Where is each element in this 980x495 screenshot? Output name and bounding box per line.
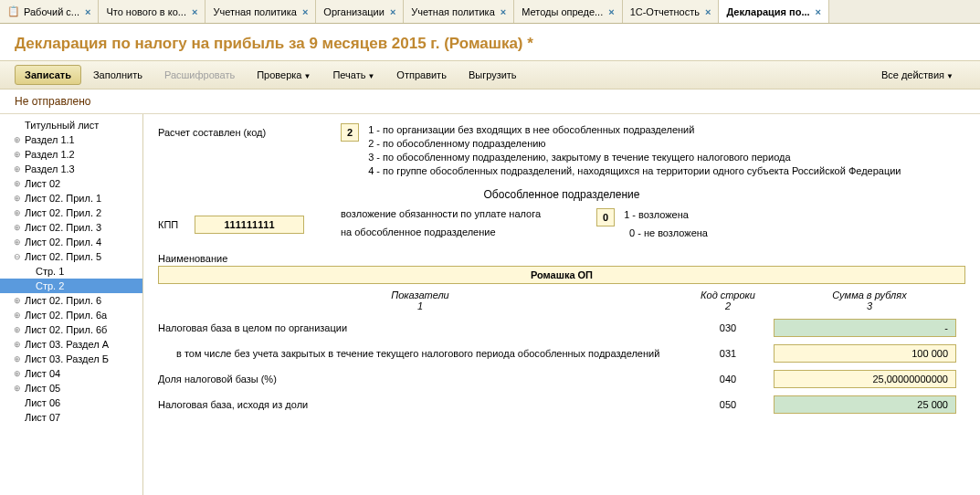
tree-item[interactable]: Стр. 2 bbox=[0, 279, 142, 293]
tree-item[interactable]: ⊕Раздел 1.2 bbox=[0, 147, 142, 162]
col-sum: Сумма в рублях3 bbox=[774, 290, 965, 311]
close-icon[interactable]: × bbox=[608, 6, 614, 17]
calc-code-field[interactable]: 2 bbox=[341, 123, 359, 142]
tree-item[interactable]: ⊖Лист 02. Прил. 5 bbox=[0, 249, 142, 264]
tree-item-label: Лист 02 bbox=[25, 178, 60, 189]
tree-item[interactable]: ⊕Раздел 1.1 bbox=[0, 132, 142, 147]
close-icon[interactable]: × bbox=[705, 6, 711, 17]
toggle-icon[interactable]: ⊕ bbox=[13, 296, 22, 305]
tree-item[interactable]: ⊕Лист 02. Прил. 6а bbox=[0, 308, 142, 322]
tab-workspace[interactable]: 📋Рабочий с...× bbox=[0, 0, 99, 23]
toggle-icon[interactable]: ⊕ bbox=[13, 135, 22, 144]
row-value-field[interactable]: 25 000 bbox=[774, 395, 956, 414]
toolbar: Записать Заполнить Расшифровать Проверка… bbox=[0, 60, 980, 90]
title-area: Декларация по налогу на прибыль за 9 мес… bbox=[0, 24, 980, 60]
tree-item[interactable]: ⊕Лист 02. Прил. 4 bbox=[0, 235, 142, 249]
tree-item-label: Лист 02. Прил. 1 bbox=[25, 193, 101, 204]
row-code: 050 bbox=[682, 399, 774, 410]
check-button[interactable]: Проверка▼ bbox=[247, 65, 321, 85]
tree-item[interactable]: ⊕Лист 03. Раздел Б bbox=[0, 352, 142, 366]
tab-orgs[interactable]: Организации× bbox=[316, 0, 404, 23]
toggle-icon[interactable]: ⊕ bbox=[13, 223, 22, 232]
name-field[interactable]: Ромашка ОП bbox=[158, 266, 965, 284]
oblig-desc2: 0 - не возложена bbox=[629, 226, 708, 240]
toggle-icon[interactable]: ⊕ bbox=[13, 354, 22, 363]
toggle-icon[interactable]: ⊕ bbox=[13, 369, 22, 378]
chevron-down-icon: ▼ bbox=[303, 72, 311, 80]
tree-item[interactable]: ⊕Лист 02. Прил. 6б bbox=[0, 322, 142, 337]
tree-item-label: Лист 06 bbox=[25, 397, 60, 408]
toggle-icon[interactable]: ⊕ bbox=[13, 384, 22, 393]
tree-item-label: Раздел 1.2 bbox=[25, 149, 75, 160]
toggle-icon[interactable]: ⊕ bbox=[13, 208, 22, 217]
tab-policy2[interactable]: Учетная политика× bbox=[404, 0, 514, 23]
tree-item-label: Лист 03. Раздел Б bbox=[25, 353, 109, 364]
tree-item[interactable]: Лист 06 bbox=[0, 395, 142, 410]
tab-1c[interactable]: 1С-Отчетность× bbox=[623, 0, 720, 23]
row-value-field[interactable]: 25,00000000000 bbox=[774, 370, 956, 388]
tree-item[interactable]: ⊕Лист 05 bbox=[0, 381, 142, 395]
send-button[interactable]: Отправить bbox=[386, 65, 457, 85]
toggle-icon[interactable]: ⊕ bbox=[13, 237, 22, 247]
tab-whatsnew[interactable]: Что нового в ко...× bbox=[99, 0, 205, 23]
tree-item[interactable]: ⊕Лист 02. Прил. 1 bbox=[0, 191, 142, 205]
close-icon[interactable]: × bbox=[192, 6, 197, 17]
tree-item-label: Лист 02. Прил. 4 bbox=[25, 237, 101, 248]
close-icon[interactable]: × bbox=[390, 6, 395, 17]
toggle-icon[interactable]: ⊖ bbox=[13, 252, 22, 261]
close-icon[interactable]: × bbox=[302, 6, 308, 17]
status-bar: Не отправлено bbox=[0, 90, 980, 114]
tab-policy1[interactable]: Учетная политика× bbox=[205, 0, 316, 23]
all-actions-button[interactable]: Все действия▼ bbox=[871, 65, 964, 85]
sidebar-tree[interactable]: Титульный лист⊕Раздел 1.1⊕Раздел 1.2⊕Раз… bbox=[0, 114, 143, 495]
chevron-down-icon: ▼ bbox=[946, 72, 954, 80]
tree-item[interactable]: ⊕Лист 02 bbox=[0, 176, 142, 191]
tree-item[interactable]: Лист 07 bbox=[0, 410, 142, 425]
close-icon[interactable]: × bbox=[85, 6, 90, 17]
toggle-icon[interactable]: ⊕ bbox=[13, 164, 22, 174]
oblig-code-field[interactable]: 0 bbox=[596, 208, 615, 226]
tree-item-label: Стр. 2 bbox=[36, 280, 64, 291]
tab-methods[interactable]: Методы опреде...× bbox=[514, 0, 622, 23]
tree-item-label: Лист 02. Прил. 5 bbox=[25, 251, 101, 262]
tree-item-label: Лист 02. Прил. 6 bbox=[25, 295, 101, 306]
data-row: Налоговая база, исходя из доли05025 000 bbox=[158, 392, 965, 417]
tree-item[interactable]: ⊕Лист 03. Раздел А bbox=[0, 337, 142, 352]
toggle-icon[interactable]: ⊕ bbox=[13, 179, 22, 188]
print-button[interactable]: Печать▼ bbox=[322, 65, 385, 85]
tree-item-label: Раздел 1.1 bbox=[25, 134, 75, 145]
tab-declaration[interactable]: Декларация по...× bbox=[719, 0, 829, 23]
row-value-field[interactable]: 100 000 bbox=[774, 344, 956, 363]
tree-item[interactable]: Стр. 1 bbox=[0, 264, 142, 279]
toggle-icon[interactable]: ⊕ bbox=[13, 150, 22, 159]
tree-item[interactable]: ⊕Лист 04 bbox=[0, 366, 142, 381]
tree-item[interactable]: ⊕Лист 02. Прил. 3 bbox=[0, 220, 142, 235]
toggle-icon[interactable]: ⊕ bbox=[13, 325, 22, 334]
workspace-icon: 📋 bbox=[7, 5, 20, 17]
row-label: Доля налоговой базы (%) bbox=[158, 374, 682, 384]
col-indicator: Показатели1 bbox=[158, 290, 682, 311]
tree-item-label: Лист 05 bbox=[25, 383, 60, 394]
tree-item-label: Лист 03. Раздел А bbox=[25, 339, 109, 350]
row-value-field[interactable]: - bbox=[774, 319, 956, 337]
tree-item[interactable]: ⊕Лист 02. Прил. 2 bbox=[0, 205, 142, 220]
calc-label: Расчет составлен (код) bbox=[158, 123, 341, 138]
close-icon[interactable]: × bbox=[501, 6, 506, 17]
row-code: 040 bbox=[682, 374, 774, 384]
toggle-icon[interactable]: ⊕ bbox=[13, 311, 22, 320]
toggle-icon[interactable]: ⊕ bbox=[13, 340, 22, 349]
tree-item-label: Титульный лист bbox=[25, 120, 99, 131]
page-title: Декларация по налогу на прибыль за 9 мес… bbox=[15, 35, 965, 53]
tree-item[interactable]: Титульный лист bbox=[0, 118, 142, 132]
save-button[interactable]: Записать bbox=[15, 65, 81, 85]
row-code: 030 bbox=[682, 322, 774, 333]
data-row: в том числе без учета закрытых в течение… bbox=[158, 341, 965, 366]
tree-item[interactable]: ⊕Лист 02. Прил. 6 bbox=[0, 293, 142, 308]
toggle-icon[interactable]: ⊕ bbox=[13, 194, 22, 203]
kpp-field[interactable]: 111111111 bbox=[195, 216, 304, 234]
decode-button[interactable]: Расшифровать bbox=[154, 65, 245, 85]
export-button[interactable]: Выгрузить bbox=[458, 65, 527, 85]
fill-button[interactable]: Заполнить bbox=[83, 65, 153, 85]
tree-item[interactable]: ⊕Раздел 1.3 bbox=[0, 162, 142, 176]
close-icon[interactable]: × bbox=[816, 6, 821, 17]
